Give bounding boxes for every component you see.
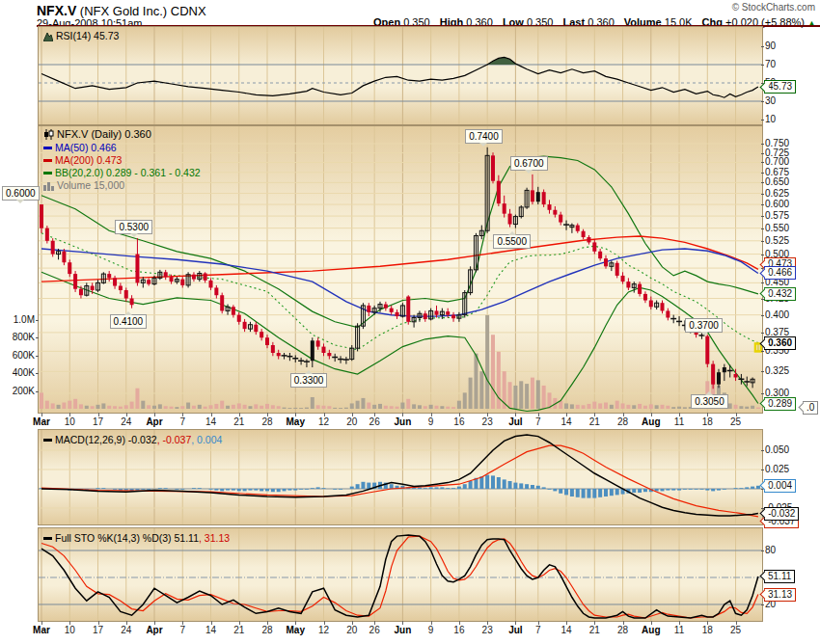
price-axis-label: 0.575 [765,210,789,222]
volume-bar [327,406,331,409]
candle [271,345,275,353]
volume-bar [508,382,512,409]
volume-axis-label: 1.0M [0,314,35,326]
volume-bars-icon [43,182,54,191]
volume-bar [638,404,642,409]
macd-histogram-bar [367,483,370,489]
volume-bar [271,405,275,409]
volume-bar [226,406,230,409]
candle [615,263,619,276]
volume-bar [739,406,743,409]
volume-bar [119,407,123,409]
sto-d-label: , 31.13 [199,532,230,544]
candle [209,281,213,288]
candle [390,309,394,312]
macd-histogram-bar [699,489,703,490]
candle [68,262,71,274]
macd-histogram-bar [479,476,483,489]
candle [243,322,247,329]
rsi-area-icon [43,32,53,41]
macd-histogram-bar [192,488,196,489]
candle [676,321,682,323]
volume-bar [390,406,394,409]
macd-histogram-bar [559,489,562,494]
rsi-legend: RSI(14) 45.73 [43,30,119,41]
volume-bar [396,407,399,409]
candle [424,313,427,319]
sto-value-tag: 31.13 [764,588,796,602]
main-x-label: 25 [720,416,752,427]
macd-histogram-bar [457,487,461,489]
volume-bar [666,406,670,409]
candle [451,315,455,319]
price-value-tag: 0.360 [764,336,796,350]
macd-histogram-bar [209,489,213,490]
candle [670,318,676,320]
macd-histogram-bar [322,488,326,489]
macd-line-swatch [43,439,52,442]
candle [563,224,569,226]
volume-axis-label: 800K [0,332,35,343]
macd-histogram-bar [293,489,297,491]
volume-bar [615,401,619,409]
volume-bar [424,406,427,409]
volume-bar [406,399,410,409]
rsi-axis-label: 70 [765,59,776,70]
price-value-tag: 0.289 [764,397,796,411]
volume-bar [372,405,376,409]
volume-bar [62,403,66,409]
candle [576,226,580,231]
volume-bar [576,405,580,409]
rsi-legend-label: RSI(14) 45.73 [56,30,119,41]
macd-histogram-bar [508,481,512,489]
volume-bar [293,408,297,409]
volume-bar [135,389,139,409]
macd-histogram-bar [745,487,749,489]
candle [582,231,586,237]
price-value-tag: .0 [803,401,818,415]
macd-histogram-bar [553,489,557,491]
candle [548,204,552,210]
volume-bar [367,403,370,409]
macd-histogram-bar [683,489,687,490]
candle [135,255,139,283]
macd-histogram-bar [226,489,230,491]
candle [265,337,269,345]
macd-histogram-bar [548,489,552,490]
candle [717,372,721,384]
volume-bar [474,354,478,409]
macd-histogram-bar [469,481,473,489]
candle [734,374,738,378]
volume-bar [333,408,337,409]
volume-bar [322,406,326,409]
candle [744,381,750,383]
bb-label: BB(20,2.0) 0.289 - 0.361 - 0.432 [55,167,201,178]
candle [638,284,642,294]
macd-histogram-bar [220,489,224,491]
price-value-tag: 0.432 [764,287,796,301]
volume-bar [531,378,534,409]
volume-bar [564,403,568,409]
volume-bar [485,315,489,409]
ticker-symbol: NFX.V [37,3,76,18]
price-axis-label: 0.325 [765,365,789,377]
candle [338,359,343,361]
volume-bar [621,403,625,409]
volume-bar [198,405,202,409]
volume-bar [536,380,540,409]
volume-legend-label: Volume 15,000 [57,179,124,191]
volume-bar [649,404,653,409]
macd-histogram-bar [113,489,117,490]
candle [292,358,298,360]
bollinger-legend: BB(20,2.0) 0.289 - 0.361 - 0.432 [43,167,201,178]
volume-bar [204,407,207,409]
volume-bar [248,406,252,409]
candle [343,359,349,361]
candle [237,315,241,322]
candle [277,353,281,356]
rsi-value-tag: 45.73 [764,80,796,94]
volume-bar [107,406,111,409]
candle [536,192,540,201]
price-annotation: 0.6700 [510,156,548,171]
candle [254,325,258,332]
